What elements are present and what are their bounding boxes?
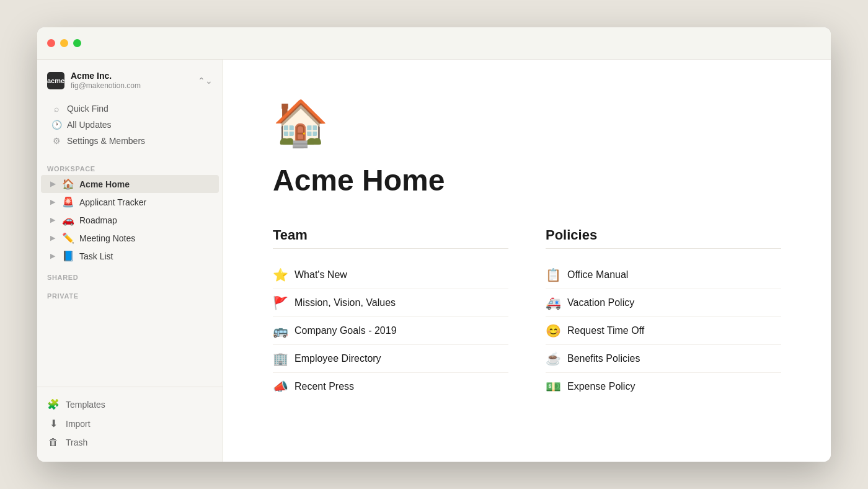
- sidebar-item-import[interactable]: ⬇ Import: [37, 414, 223, 433]
- app-body: acme Acme Inc. fig@makenotion.com ⌃⌄ ⌕ Q…: [37, 60, 831, 462]
- page-title: Acme Home: [273, 164, 781, 197]
- sidebar-item-acme-home[interactable]: ▶ 🏠 Acme Home: [41, 175, 219, 193]
- app-window: acme Acme Inc. fig@makenotion.com ⌃⌄ ⌕ Q…: [37, 27, 831, 462]
- employee-directory-label: Employee Directory: [294, 353, 381, 364]
- page-icon: 🏠: [273, 97, 781, 150]
- benefits-label: Benefits Policies: [567, 353, 640, 364]
- arrow-icon: ▶: [48, 198, 57, 206]
- whats-new-emoji: ⭐: [273, 267, 288, 282]
- workspace-logo-text: acme: [47, 77, 64, 84]
- policies-link-time-off[interactable]: 😊 Request Time Off: [546, 317, 781, 345]
- time-off-emoji: 😊: [546, 323, 561, 338]
- section-label-workspace: WORKSPACE: [37, 156, 223, 175]
- employee-directory-emoji: 🏢: [273, 351, 288, 366]
- item-emoji: ✏️: [62, 232, 74, 244]
- sidebar-item-trash[interactable]: 🗑 Trash: [37, 433, 223, 452]
- minimize-button[interactable]: [60, 39, 68, 47]
- policies-link-expense[interactable]: 💵 Expense Policy: [546, 373, 781, 400]
- policies-link-office-manual[interactable]: 📋 Office Manual: [546, 261, 781, 289]
- arrow-icon: ▶: [48, 234, 57, 242]
- sidebar: acme Acme Inc. fig@makenotion.com ⌃⌄ ⌕ Q…: [37, 60, 223, 462]
- traffic-lights: [47, 39, 81, 47]
- trash-icon: 🗑: [47, 437, 60, 448]
- import-icon: ⬇: [47, 418, 60, 429]
- policies-link-benefits[interactable]: ☕ Benefits Policies: [546, 345, 781, 373]
- templates-label: Templates: [66, 400, 105, 410]
- workspace-items: ▶ 🏠 Acme Home ▶ 🚨 Applicant Tracker ▶ 🚗 …: [37, 175, 223, 265]
- templates-icon: 🧩: [47, 398, 60, 410]
- nav-item-label: All Updates: [67, 120, 112, 130]
- office-manual-emoji: 📋: [546, 267, 561, 282]
- item-emoji: 🏠: [62, 178, 74, 190]
- sidebar-item-all-updates[interactable]: 🕐 All Updates: [41, 117, 219, 133]
- content-grid: Team ⭐ What's New 🚩 Mission, Vision, Val…: [273, 227, 781, 400]
- workspace-email: fig@makenotion.com: [71, 81, 141, 91]
- team-link-recent-press[interactable]: 📣 Recent Press: [273, 373, 508, 400]
- titlebar: [37, 27, 831, 60]
- policies-link-list: 📋 Office Manual 🚑 Vacation Policy 😊 Requ…: [546, 261, 781, 400]
- policies-section: Policies 📋 Office Manual 🚑 Vacation Poli…: [546, 227, 781, 400]
- sidebar-item-task-list[interactable]: ▶ 📘 Task List: [41, 247, 219, 265]
- section-label-private: PRIVATE: [37, 284, 223, 302]
- item-label: Acme Home: [79, 179, 213, 189]
- company-goals-label: Company Goals - 2019: [294, 325, 397, 336]
- item-label: Meeting Notes: [79, 233, 213, 243]
- import-label: Import: [66, 419, 91, 429]
- vacation-label: Vacation Policy: [567, 297, 634, 308]
- close-button[interactable]: [47, 39, 55, 47]
- mission-emoji: 🚩: [273, 295, 288, 310]
- sidebar-item-meeting-notes[interactable]: ▶ ✏️ Meeting Notes: [41, 229, 219, 247]
- item-emoji: 🚨: [62, 196, 74, 208]
- sidebar-nav: ⌕ Quick Find 🕐 All Updates ⚙ Settings & …: [37, 98, 223, 156]
- expense-label: Expense Policy: [567, 381, 635, 392]
- item-label: Applicant Tracker: [79, 197, 213, 207]
- main-content: 🏠 Acme Home Team ⭐ What's New 🚩 Mission,…: [223, 60, 831, 462]
- item-label: Task List: [79, 251, 213, 261]
- team-section: Team ⭐ What's New 🚩 Mission, Vision, Val…: [273, 227, 508, 400]
- company-goals-emoji: 🚌: [273, 323, 288, 338]
- search-icon: ⌕: [51, 104, 62, 114]
- team-link-list: ⭐ What's New 🚩 Mission, Vision, Values 🚌…: [273, 261, 508, 400]
- recent-press-label: Recent Press: [294, 381, 354, 392]
- nav-item-label: Settings & Members: [67, 136, 145, 146]
- clock-icon: 🕐: [51, 120, 62, 130]
- gear-icon: ⚙: [51, 136, 62, 146]
- team-link-whats-new[interactable]: ⭐ What's New: [273, 261, 508, 289]
- workspace-name: Acme Inc.: [71, 71, 141, 81]
- maximize-button[interactable]: [73, 39, 81, 47]
- sidebar-bottom: 🧩 Templates ⬇ Import 🗑 Trash: [37, 387, 223, 462]
- whats-new-label: What's New: [294, 269, 347, 280]
- workspace-info: Acme Inc. fig@makenotion.com: [71, 71, 141, 91]
- item-emoji: 📘: [62, 250, 74, 262]
- recent-press-emoji: 📣: [273, 379, 288, 394]
- item-label: Roadmap: [79, 215, 213, 225]
- office-manual-label: Office Manual: [567, 269, 628, 280]
- sidebar-item-settings[interactable]: ⚙ Settings & Members: [41, 133, 219, 149]
- trash-label: Trash: [66, 437, 87, 447]
- vacation-emoji: 🚑: [546, 295, 561, 310]
- expense-emoji: 💵: [546, 379, 561, 394]
- benefits-emoji: ☕: [546, 351, 561, 366]
- section-label-shared: SHARED: [37, 265, 223, 284]
- sidebar-item-templates[interactable]: 🧩 Templates: [37, 395, 223, 414]
- policies-link-vacation[interactable]: 🚑 Vacation Policy: [546, 289, 781, 317]
- workspace-identity: acme Acme Inc. fig@makenotion.com: [47, 71, 141, 91]
- nav-item-label: Quick Find: [67, 104, 108, 114]
- mission-label: Mission, Vision, Values: [294, 297, 396, 308]
- time-off-label: Request Time Off: [567, 325, 644, 336]
- sidebar-item-roadmap[interactable]: ▶ 🚗 Roadmap: [41, 211, 219, 229]
- workspace-header[interactable]: acme Acme Inc. fig@makenotion.com ⌃⌄: [37, 60, 223, 98]
- arrow-icon: ▶: [48, 180, 57, 188]
- team-link-mission[interactable]: 🚩 Mission, Vision, Values: [273, 289, 508, 317]
- item-emoji: 🚗: [62, 214, 74, 226]
- team-link-company-goals[interactable]: 🚌 Company Goals - 2019: [273, 317, 508, 345]
- team-section-title: Team: [273, 227, 508, 249]
- arrow-icon: ▶: [48, 216, 57, 224]
- workspace-logo: acme: [47, 72, 64, 89]
- team-link-employee-directory[interactable]: 🏢 Employee Directory: [273, 345, 508, 373]
- policies-section-title: Policies: [546, 227, 781, 249]
- workspace-chevron-icon: ⌃⌄: [198, 76, 213, 86]
- sidebar-item-quick-find[interactable]: ⌕ Quick Find: [41, 101, 219, 117]
- arrow-icon: ▶: [48, 252, 57, 260]
- sidebar-item-applicant-tracker[interactable]: ▶ 🚨 Applicant Tracker: [41, 193, 219, 211]
